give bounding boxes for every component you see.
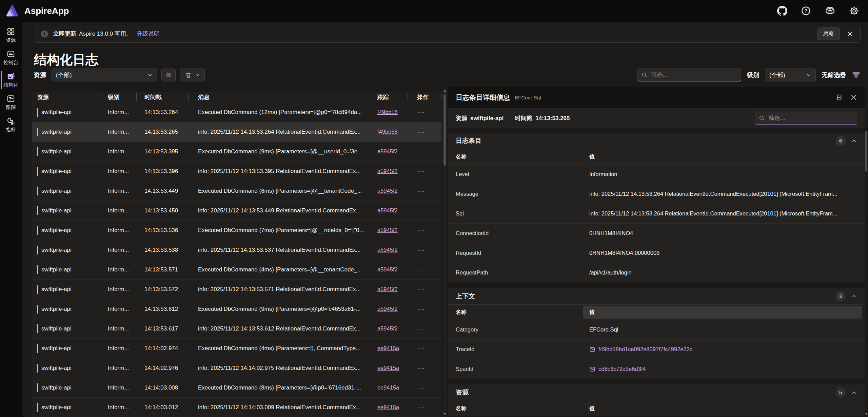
row-actions-button[interactable]: ···	[408, 148, 426, 155]
property-row[interactable]: Messageinfo: 2025/11/12 14:13:53.264 Rel…	[448, 184, 865, 204]
log-resource-cell: swiftpile-api	[32, 128, 100, 136]
row-actions-button[interactable]: ···	[408, 246, 426, 254]
trace-link[interactable]: ee9415a	[377, 365, 399, 371]
detail-close-button[interactable]	[850, 94, 857, 101]
log-row[interactable]: swiftpile-apiInform...14:13:53.572info: …	[32, 280, 441, 299]
property-name: ConnectionId	[448, 230, 581, 236]
resource-color-bar	[37, 364, 38, 373]
value-column-header[interactable]: 值	[583, 306, 862, 319]
trace-link[interactable]: a5945f2	[377, 207, 398, 213]
trace-icon	[589, 346, 595, 353]
row-actions-button[interactable]: ···	[408, 305, 426, 313]
trace-link[interactable]: ee9415a	[377, 404, 399, 410]
sidebar-item-metrics[interactable]: 指标	[0, 114, 22, 136]
section-collapse-button[interactable]	[851, 293, 857, 299]
log-row[interactable]: swiftpile-apiInform...14:13:53.617info: …	[32, 319, 441, 339]
row-actions-button[interactable]: ···	[408, 286, 426, 293]
log-row[interactable]: swiftpile-apiInform...14:13:53.571Execut…	[32, 260, 441, 280]
log-row[interactable]: swiftpile-apiInform...14:13:53.265info: …	[32, 122, 441, 142]
log-row[interactable]: swiftpile-apiInform...14:14:02.976info: …	[32, 358, 441, 378]
row-actions-button[interactable]: ···	[408, 345, 426, 352]
scroll-down-icon[interactable]: ▼	[865, 412, 868, 416]
log-row[interactable]: swiftpile-apiInform...14:13:53.396info: …	[32, 162, 441, 181]
resource-color-bar	[37, 167, 38, 176]
property-row[interactable]: TraceIdf49bb58bd1ca092e8097f7fc4992e22c	[448, 339, 865, 359]
upgrade-notes-link[interactable]: 升级说明	[137, 30, 160, 38]
banner-close-button[interactable]	[845, 30, 855, 38]
log-row[interactable]: swiftpile-apiInform...14:13:53.450info: …	[32, 201, 441, 221]
log-row[interactable]: swiftpile-apiInform...14:14:03.008Execut…	[32, 378, 441, 398]
trace-link[interactable]: ee9415a	[377, 384, 399, 391]
clear-logs-button[interactable]	[180, 69, 205, 81]
row-actions-button[interactable]: ···	[408, 384, 426, 392]
log-timestamp-cell: 14:13:53.612	[137, 306, 189, 312]
scroll-down-icon[interactable]: ▼	[442, 411, 447, 416]
trace-link[interactable]: a5945f2	[377, 227, 398, 233]
log-row[interactable]: swiftpile-apiInform...14:13:53.536Execut…	[32, 221, 441, 240]
scroll-up-icon[interactable]: ▲	[442, 88, 447, 93]
resource-select[interactable]: (全部)	[52, 69, 157, 81]
log-row[interactable]: swiftpile-apiInform...14:14:02.974Execut…	[32, 339, 441, 358]
log-row[interactable]: swiftpile-apiInform...14:13:53.395Execut…	[32, 142, 441, 162]
log-filter-input[interactable]	[651, 71, 737, 79]
trace-link[interactable]: a5945f2	[377, 247, 398, 253]
detail-filter-input[interactable]	[768, 114, 853, 122]
traceid-link[interactable]: f49bb58bd1ca092e8097f7fc4992e22c	[598, 346, 692, 353]
log-row[interactable]: swiftpile-apiInform...14:14:03.012info: …	[32, 398, 441, 417]
section-collapse-button[interactable]	[851, 390, 857, 396]
row-actions-button[interactable]: ···	[408, 187, 426, 195]
trace-link[interactable]: a5945f2	[377, 148, 398, 154]
log-table-scrollbar[interactable]: ▲ ▼	[442, 87, 447, 417]
split-view-button[interactable]	[835, 94, 843, 101]
trace-link[interactable]: ee9415a	[377, 345, 399, 351]
trace-link[interactable]: a5945f2	[377, 168, 398, 174]
row-actions-button[interactable]: ···	[408, 266, 426, 273]
row-actions-button[interactable]: ···	[408, 168, 426, 175]
trace-link[interactable]: a5945f2	[377, 188, 398, 194]
github-button[interactable]	[777, 6, 787, 16]
level-select[interactable]: (全部)	[765, 69, 816, 81]
detail-filter-search[interactable]	[755, 112, 857, 125]
property-row[interactable]: Sqlinfo: 2025/11/12 14:13:53.264 Relatio…	[448, 204, 865, 223]
sidebar-item-traces[interactable]: 跟踪	[0, 92, 22, 113]
property-row[interactable]: RequestPath/api/v1/auth/login	[448, 263, 865, 282]
log-row[interactable]: swiftpile-apiInform...14:13:53.612Execut…	[32, 299, 441, 319]
property-row[interactable]: CategoryEFCore.Sql	[448, 320, 865, 339]
spanid-link[interactable]: cd6c3c72a5e6d3f4	[598, 366, 646, 372]
trace-link[interactable]: f49bb58	[377, 129, 398, 135]
section-collapse-button[interactable]	[851, 138, 857, 144]
log-row[interactable]: swiftpile-apiInform...14:13:53.538info: …	[32, 240, 441, 260]
property-row[interactable]: ConnectionId0HNH1M8I4INO4	[448, 223, 865, 243]
trace-link[interactable]: a5945f2	[377, 306, 398, 312]
row-actions-button[interactable]: ···	[408, 325, 426, 333]
log-timestamp-cell: 14:14:03.012	[137, 404, 189, 411]
settings-button[interactable]	[849, 6, 859, 16]
sidebar-item-resources[interactable]: 资源	[0, 24, 22, 46]
log-filter-search[interactable]	[637, 69, 741, 81]
row-actions-button[interactable]: ···	[408, 109, 426, 116]
row-actions-button[interactable]: ···	[408, 128, 426, 136]
log-row[interactable]: swiftpile-apiInform...14:13:53.449Execut…	[32, 181, 441, 201]
row-actions-button[interactable]: ···	[408, 364, 426, 372]
sidebar-item-console[interactable]: 控制台	[0, 47, 22, 69]
trace-link[interactable]: a5945f2	[377, 266, 398, 272]
detail-panel-scrollbar[interactable]: ▼	[865, 128, 868, 417]
copilot-button[interactable]	[825, 5, 835, 16]
property-row[interactable]: RequestId0HNH1M8I4INO4:00000003	[448, 243, 865, 263]
sidebar-item-structured[interactable]: 结构化	[0, 69, 22, 91]
log-row[interactable]: swiftpile-apiInform...14:13:53.264Execut…	[32, 102, 441, 122]
scrollbar-thumb[interactable]	[443, 94, 446, 166]
property-row[interactable]: SpanIdcd6c3c72a5e6d3f4	[448, 359, 865, 379]
trace-link[interactable]: a5945f2	[377, 286, 398, 292]
row-actions-button[interactable]: ···	[408, 207, 426, 214]
row-actions-button[interactable]: ···	[408, 227, 426, 234]
trace-link[interactable]: f49bb58	[377, 109, 398, 115]
dismiss-button[interactable]: 忽略	[817, 27, 840, 40]
add-filter-button[interactable]	[852, 71, 861, 79]
help-button[interactable]: ?	[801, 6, 811, 16]
scrollbar-thumb[interactable]	[865, 131, 867, 172]
row-actions-button[interactable]: ···	[408, 404, 426, 411]
property-row[interactable]: LevelInformation	[448, 164, 865, 184]
trace-link[interactable]: a5945f2	[377, 325, 398, 331]
pause-incoming-button[interactable]	[161, 69, 176, 81]
